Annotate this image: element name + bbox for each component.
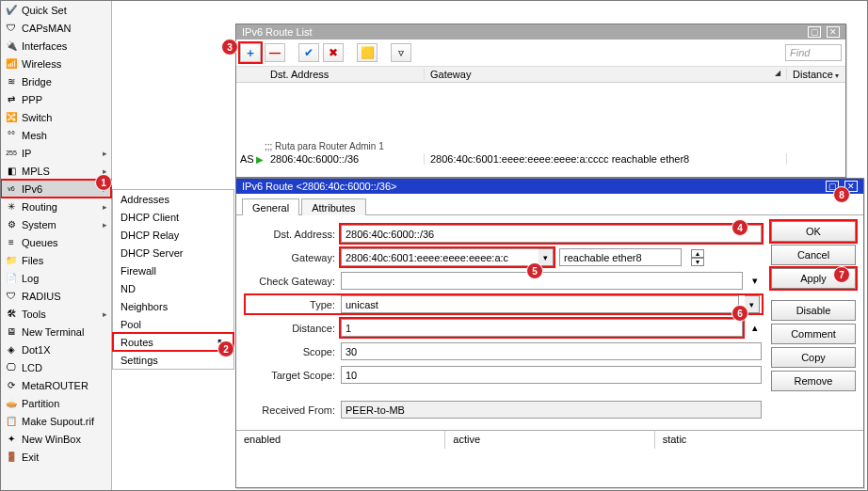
menu-exit[interactable]: 🚪Exit — [1, 448, 111, 466]
remove-button[interactable]: — — [265, 43, 285, 62]
menu-bridge[interactable]: ≋Bridge — [1, 72, 111, 90]
menu-switch[interactable]: 🔀Switch — [1, 108, 111, 126]
find-input[interactable]: Find — [785, 44, 842, 61]
comment-button[interactable]: Comment — [771, 324, 856, 344]
menu-partition[interactable]: 🥧Partition — [1, 394, 111, 412]
submenu-routes[interactable]: Routes↖ — [113, 333, 233, 351]
list-header: Dst. Address Gateway◢ Distance▾ — [236, 67, 845, 83]
menu-metarouter[interactable]: ⟳MetaROUTER — [1, 376, 111, 394]
log-icon: 📄 — [5, 272, 18, 285]
submenu-label: Firewall — [121, 265, 156, 277]
menu-wireless[interactable]: 📶Wireless — [1, 55, 111, 72]
check-gateway-dropdown[interactable]: ▾ — [748, 275, 762, 287]
remove-button[interactable]: Remove — [771, 371, 856, 391]
menu-label: CAPsMAN — [22, 23, 72, 34]
menu-label: Switch — [22, 112, 52, 123]
menu-system[interactable]: ⚙System▸ — [1, 215, 111, 233]
route-flag: AS — [240, 153, 254, 165]
menu-dot1x[interactable]: ◈Dot1X — [1, 341, 111, 358]
submenu-settings[interactable]: Settings — [113, 351, 233, 369]
enable-button[interactable]: ✔ — [298, 43, 319, 62]
submenu-label: Addresses — [121, 194, 169, 205]
cols-menu-icon[interactable]: ▾ — [835, 71, 839, 80]
menu-mpls[interactable]: ◧MPLS▸ — [1, 162, 111, 180]
ipv6-route-edit-window: IPv6 Route <2806:40c:6000::/36> ▢ ✕ Gene… — [235, 178, 864, 488]
window-titlebar[interactable]: IPv6 Route <2806:40c:6000::/36> ▢ ✕ — [236, 179, 863, 194]
menu-label: Files — [22, 255, 43, 266]
col-dst-address[interactable]: Dst. Address — [265, 69, 425, 80]
submenu-pool[interactable]: Pool — [113, 315, 233, 333]
menu-label: Bridge — [22, 76, 52, 87]
menu-log[interactable]: 📄Log — [1, 269, 111, 287]
add-button[interactable]: ＋ — [240, 43, 261, 62]
menu-label: New WinBox — [22, 434, 81, 445]
menu-files[interactable]: 📁Files — [1, 251, 111, 269]
copy-button[interactable]: Copy — [771, 347, 856, 368]
menu-label: IPv6 — [22, 183, 42, 195]
menu-interfaces[interactable]: 🔌Interfaces — [1, 37, 111, 55]
list-body[interactable]: ;;; Ruta para Router Admin 1 AS▶ 2806:40… — [236, 83, 845, 169]
menu-quick-set[interactable]: ✔️Quick Set — [1, 1, 111, 19]
submenu-dhcp-relay[interactable]: DHCP Relay — [113, 226, 233, 244]
submenu-dhcp-server[interactable]: DHCP Server — [113, 244, 233, 261]
submenu-neighbors[interactable]: Neighbors — [113, 297, 233, 315]
gateway-input[interactable]: 2806:40c:6001:eeee:eeee:eeee:a:c — [341, 248, 538, 266]
type-input[interactable]: unicast — [341, 295, 739, 313]
ipv6-submenu: Addresses DHCP Client DHCP Relay DHCP Se… — [112, 189, 234, 370]
col-distance[interactable]: Distance▾ — [787, 69, 845, 80]
ok-button[interactable]: OK — [771, 221, 856, 242]
menu-tools[interactable]: 🛠Tools▸ — [1, 305, 111, 323]
route-row[interactable]: AS▶ 2806:40c:6000::/36 2806:40c:6001:eee… — [236, 151, 845, 166]
submenu-dhcp-client[interactable]: DHCP Client — [113, 208, 233, 226]
disable-button[interactable]: ✖ — [323, 43, 344, 62]
radius-icon: 🛡 — [5, 290, 18, 303]
submenu-addresses[interactable]: Addresses — [113, 190, 233, 208]
menu-label: Log — [22, 273, 39, 284]
tab-attributes[interactable]: Attributes — [301, 198, 365, 215]
menu-label: Dot1X — [22, 344, 51, 356]
menu-capsman[interactable]: 🛡CAPsMAN — [1, 19, 111, 37]
menu-label: System — [22, 219, 56, 230]
minimize-icon[interactable]: ▢ — [808, 26, 821, 38]
tab-general[interactable]: General — [242, 198, 299, 215]
menu-label: New Terminal — [22, 326, 84, 338]
menu-radius[interactable]: 🛡RADIUS — [1, 287, 111, 305]
distance-up[interactable]: ▴ — [748, 322, 762, 334]
window-titlebar[interactable]: IPv6 Route List ▢ ✕ — [236, 24, 845, 40]
badge-2: 2 — [217, 341, 234, 357]
target-scope-input[interactable]: 10 — [341, 366, 762, 384]
menu-label: MPLS — [22, 166, 50, 177]
filter-button[interactable]: ▿ — [391, 43, 411, 62]
gateway-label: Gateway: — [246, 252, 335, 263]
menu-ppp[interactable]: ⇄PPP — [1, 90, 111, 108]
scope-input[interactable]: 30 — [341, 342, 762, 360]
submenu-firewall[interactable]: Firewall — [113, 261, 233, 279]
menu-make-supout[interactable]: 📋Make Supout.rif — [1, 412, 111, 430]
menu-new-terminal[interactable]: 🖥New Terminal — [1, 323, 111, 341]
metarouter-icon: ⟳ — [5, 379, 18, 392]
dst-address-input[interactable]: 2806:40c:6000::/36 — [341, 225, 762, 243]
close-icon[interactable]: ✕ — [827, 26, 840, 38]
badge-1: 1 — [95, 174, 112, 191]
mpls-icon: ◧ — [5, 165, 18, 178]
menu-queues[interactable]: ≡Queues — [1, 233, 111, 251]
submenu-label: Routes — [121, 337, 153, 348]
menu-lcd[interactable]: 🖵LCD — [1, 358, 111, 376]
distance-input[interactable]: 1 — [341, 319, 743, 337]
menu-new-winbox[interactable]: ✦New WinBox — [1, 430, 111, 448]
menu-routing[interactable]: ✳Routing▸ — [1, 198, 111, 215]
menu-mesh[interactable]: °°Mesh — [1, 126, 111, 144]
ipv6-icon: v6 — [5, 182, 18, 196]
submenu-nd[interactable]: ND — [113, 279, 233, 297]
gateway-dropdown[interactable]: ▾ — [538, 248, 554, 266]
system-icon: ⚙ — [5, 218, 18, 231]
comment-button[interactable]: 🟨 — [357, 43, 378, 62]
menu-label: PPP — [22, 94, 42, 105]
status-active: active — [445, 431, 654, 449]
col-gateway[interactable]: Gateway◢ — [425, 69, 787, 80]
gateway-spinner[interactable]: ▴▾ — [691, 249, 704, 266]
disable-button[interactable]: Disable — [771, 300, 856, 321]
route-dst: 2806:40c:6000::/36 — [265, 153, 425, 165]
menu-ip[interactable]: 255IP▸ — [1, 144, 111, 162]
cancel-button[interactable]: Cancel — [771, 245, 856, 265]
